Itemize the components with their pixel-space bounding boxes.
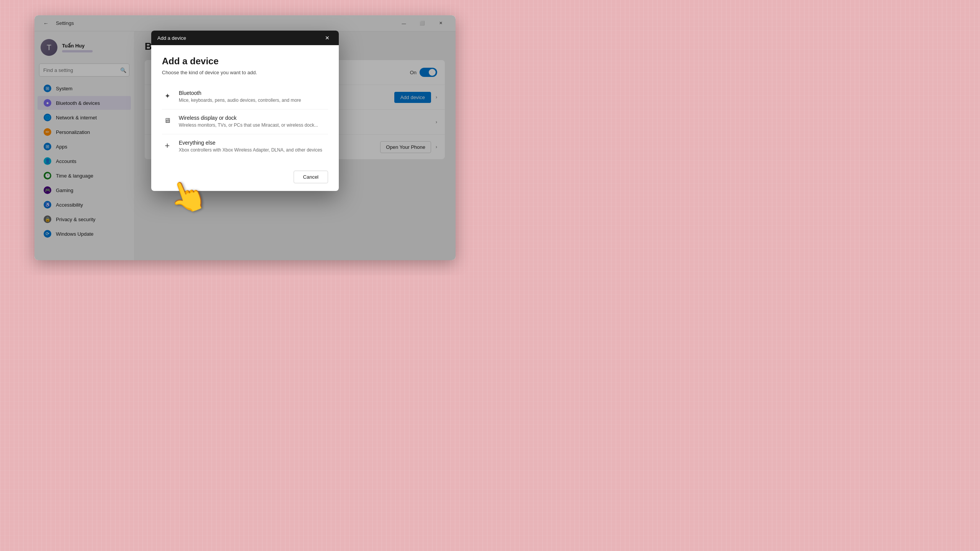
wireless-option-info: Wireless display or dock Wireless monito…	[179, 115, 318, 129]
add-device-dialog: Add a device ✕ Add a device Choose the k…	[151, 31, 339, 191]
settings-window: ← Settings — ⬜ ✕ T Tuấn Huy 🔍	[34, 15, 456, 260]
dialog-body: Add a device Choose the kind of device y…	[151, 45, 339, 166]
dialog-overlay: Add a device ✕ Add a device Choose the k…	[34, 15, 456, 260]
bluetooth-option-name: Bluetooth	[179, 90, 301, 96]
cancel-button[interactable]: Cancel	[294, 171, 328, 183]
dialog-titlebar-text: Add a device	[157, 35, 322, 41]
bluetooth-option-icon: ✦	[162, 91, 173, 101]
dialog-footer: Cancel	[151, 166, 339, 191]
wireless-option-name: Wireless display or dock	[179, 115, 318, 121]
everything-option-icon: +	[162, 140, 173, 151]
device-option-bluetooth[interactable]: ✦ Bluetooth Mice, keyboards, pens, audio…	[162, 85, 328, 109]
dialog-titlebar: Add a device ✕	[151, 31, 339, 45]
everything-option-name: Everything else	[179, 140, 322, 146]
dialog-subtitle: Choose the kind of device you want to ad…	[162, 70, 328, 75]
dialog-heading: Add a device	[162, 56, 328, 67]
device-option-everything[interactable]: + Everything else Xbox controllers with …	[162, 134, 328, 159]
wireless-option-icon: 🖥	[162, 116, 173, 126]
wireless-option-desc: Wireless monitors, TVs, or PCs that use …	[179, 122, 318, 129]
bluetooth-option-desc: Mice, keyboards, pens, audio devices, co…	[179, 97, 301, 104]
dialog-close-button[interactable]: ✕	[322, 33, 333, 43]
everything-option-desc: Xbox controllers with Xbox Wireless Adap…	[179, 147, 322, 153]
bluetooth-option-info: Bluetooth Mice, keyboards, pens, audio d…	[179, 90, 301, 104]
device-option-wireless[interactable]: 🖥 Wireless display or dock Wireless moni…	[162, 109, 328, 134]
everything-option-info: Everything else Xbox controllers with Xb…	[179, 140, 322, 153]
